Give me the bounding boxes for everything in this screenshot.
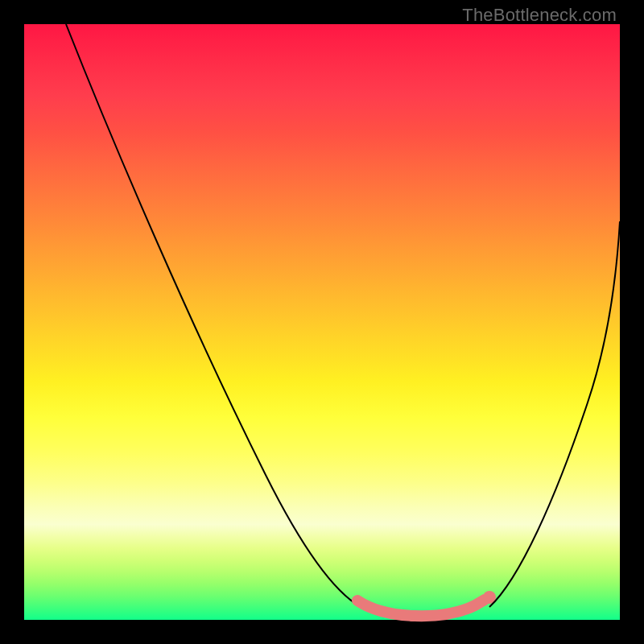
watermark-text: TheBottleneck.com — [462, 5, 617, 26]
left-curve — [66, 24, 370, 611]
right-curve — [489, 221, 620, 607]
chart-svg — [24, 24, 620, 620]
chart-frame: TheBottleneck.com — [0, 0, 644, 644]
optimal-band — [357, 600, 485, 616]
